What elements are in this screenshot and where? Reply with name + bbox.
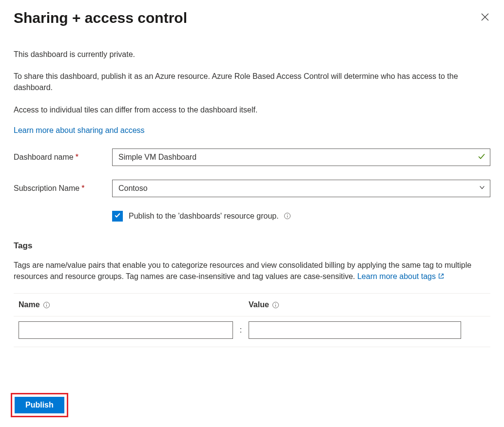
tag-row: : (14, 316, 490, 347)
publish-to-rg-checkbox[interactable] (112, 211, 123, 222)
svg-line-5 (441, 274, 443, 277)
tags-heading: Tags (14, 241, 490, 251)
publish-button[interactable]: Publish (15, 397, 64, 413)
svg-point-11 (275, 303, 276, 303)
tag-separator: : (233, 326, 249, 334)
tags-col-name-header: Name (19, 300, 40, 309)
subscription-select[interactable]: Contoso (112, 180, 490, 197)
publish-highlight-box: Publish (11, 393, 68, 417)
info-icon[interactable] (284, 212, 291, 220)
tag-name-input[interactable] (19, 321, 233, 339)
page-title: Sharing + access control (14, 10, 187, 26)
close-icon (481, 13, 489, 23)
publish-to-rg-label: Publish to the 'dashboards' resource gro… (129, 212, 279, 221)
close-button[interactable] (480, 13, 490, 23)
private-status-text: This dashboard is currently private. (14, 49, 490, 60)
learn-sharing-link[interactable]: Learn more about sharing and access (14, 126, 145, 134)
dashboard-name-input[interactable] (112, 149, 490, 166)
info-icon[interactable] (272, 301, 280, 309)
external-link-icon (438, 271, 445, 282)
checkmark-icon (114, 212, 121, 221)
tags-table: Name Value (14, 293, 490, 347)
tag-value-input[interactable] (249, 321, 461, 339)
share-description-text: To share this dashboard, publish it as a… (14, 71, 490, 93)
info-icon[interactable] (43, 301, 51, 309)
svg-point-8 (46, 303, 47, 303)
dashboard-name-label: Dashboard name* (14, 153, 112, 162)
learn-tags-link[interactable]: Learn more about tags (357, 272, 445, 280)
subscription-value: Contoso (118, 184, 148, 193)
tags-description: Tags are name/value pairs that enable yo… (14, 260, 490, 282)
tiles-access-text: Access to individual tiles can differ fr… (14, 104, 490, 115)
subscription-name-label: Subscription Name* (14, 184, 112, 193)
svg-point-4 (287, 214, 288, 215)
tags-col-value-header: Value (249, 300, 269, 309)
